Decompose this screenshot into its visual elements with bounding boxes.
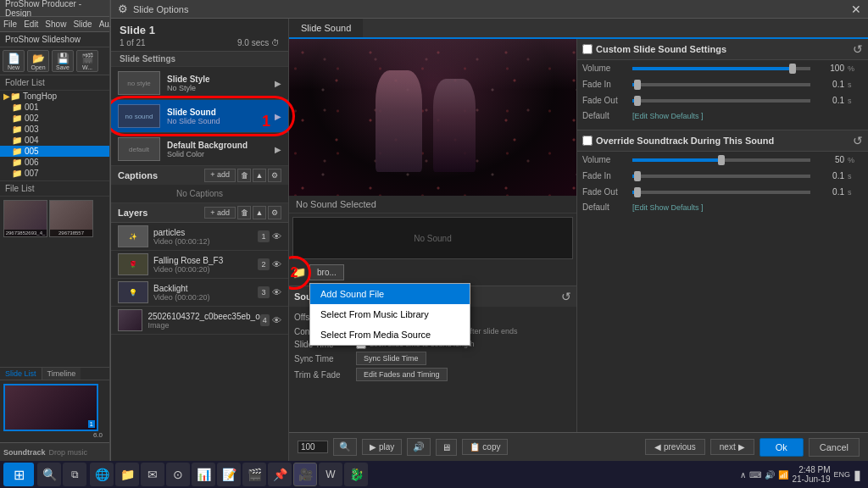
- captions-settings-btn[interactable]: ⚙: [268, 169, 281, 182]
- tray-vol[interactable]: 🔊: [765, 470, 775, 480]
- layer-item-4[interactable]: 25026104372_c0beec35eb_o Image 4 👁: [111, 307, 288, 335]
- sound-btn[interactable]: 🔊: [407, 438, 431, 456]
- volume-slider-thumb[interactable]: [789, 64, 796, 74]
- captions-delete-btn[interactable]: 🗑: [237, 169, 251, 182]
- taskbar-app4[interactable]: 📌: [268, 463, 292, 486]
- override-fadeout-slider-thumb[interactable]: [634, 187, 641, 197]
- folder-item-005[interactable]: 📁 005: [0, 146, 109, 157]
- fade-in-slider-thumb[interactable]: [634, 80, 641, 90]
- fade-in-slider-track[interactable]: [632, 83, 810, 86]
- no-sound-label: No Sound Selected: [296, 199, 570, 209]
- taskbar-app5[interactable]: 🎥: [293, 463, 317, 486]
- trim-fade-btn[interactable]: Edit Fades and Timing: [356, 368, 448, 381]
- taskview-button[interactable]: ⧉: [63, 463, 86, 486]
- override-fadein-slider-track[interactable]: [632, 175, 810, 178]
- custom-sound-reset[interactable]: ↺: [853, 42, 863, 56]
- sound-timing-reset[interactable]: ↺: [561, 290, 571, 303]
- dropdown-item-add-sound[interactable]: Add Sound File: [310, 284, 470, 304]
- taskbar-time-date: 2:48 PM 21-Jun-19: [792, 465, 830, 484]
- dropdown-item-media-source[interactable]: Select From Media Source: [310, 324, 470, 345]
- copy-btn[interactable]: 📋 copy: [462, 439, 508, 455]
- folder-item-tonghop[interactable]: ▶📁 TongHop: [0, 91, 109, 102]
- taskbar-app6[interactable]: W: [319, 463, 342, 486]
- slide-thumb[interactable]: 1: [3, 384, 98, 431]
- taskbar-app3[interactable]: 🎬: [242, 463, 266, 486]
- taskbar-chrome[interactable]: ⊙: [166, 463, 190, 486]
- captions-add-btn[interactable]: + add: [204, 169, 236, 182]
- zoom-search-btn[interactable]: 🔍: [333, 438, 357, 456]
- override-fadeout-slider-track[interactable]: [632, 191, 810, 194]
- tray-kb[interactable]: ⌨: [749, 470, 761, 480]
- override-fadein-slider-thumb[interactable]: [634, 171, 641, 181]
- settings-item-style[interactable]: no style Slide Style No Style ▶: [111, 67, 288, 100]
- taskbar-app1[interactable]: 📊: [192, 463, 215, 486]
- menu-show[interactable]: Show: [45, 19, 66, 29]
- next-btn[interactable]: next ▶: [710, 439, 754, 455]
- layer-eye-4[interactable]: 👁: [272, 315, 281, 325]
- tab-slide-sound[interactable]: Slide Sound: [289, 19, 363, 37]
- menu-edit[interactable]: Edit: [24, 19, 38, 29]
- start-button[interactable]: ⊞: [3, 463, 34, 486]
- dropdown-item-music-library[interactable]: Select From Music Library: [310, 304, 470, 324]
- layers-up-btn[interactable]: ▲: [253, 206, 266, 219]
- browse-button[interactable]: bro...: [309, 264, 344, 280]
- folder-item-006[interactable]: 📁 006: [0, 157, 109, 168]
- captions-up-btn[interactable]: ▲: [253, 169, 266, 182]
- taskbar-app2[interactable]: 📝: [217, 463, 241, 486]
- taskbar-app7[interactable]: 🐉: [344, 463, 368, 486]
- menu-file[interactable]: File: [3, 19, 17, 29]
- tab-slide-list[interactable]: Slide List: [0, 368, 42, 380]
- layer-item-3[interactable]: 💡 Backlight Video (00:00:20) 3 👁: [111, 279, 288, 307]
- save-button[interactable]: 💾 Save: [52, 50, 74, 72]
- layer-eye-1[interactable]: 👁: [272, 231, 281, 241]
- default-link-custom[interactable]: [Edit Show Defaults ]: [632, 112, 863, 120]
- file-thumb-1[interactable]: 29673852693_4_: [3, 200, 47, 237]
- taskbar-ie[interactable]: 🌐: [90, 463, 114, 486]
- close-icon[interactable]: ✕: [851, 3, 861, 16]
- sync-time-btn[interactable]: Sync Slide Time: [356, 352, 426, 365]
- tray-caret[interactable]: ∧: [740, 470, 746, 480]
- folder-item-002[interactable]: 📁 002: [0, 113, 109, 124]
- show-desktop-btn[interactable]: ▮: [854, 467, 861, 483]
- folder-item-001[interactable]: 📁 001: [0, 102, 109, 113]
- override-checkbox[interactable]: [582, 136, 593, 146]
- volume-slider-track[interactable]: [632, 67, 810, 70]
- cancel-button[interactable]: Cancel: [809, 438, 860, 457]
- fade-out-slider-thumb[interactable]: [634, 96, 641, 106]
- new-button[interactable]: 📄 New: [3, 50, 25, 72]
- search-button[interactable]: 🔍: [37, 463, 61, 486]
- file-thumb-2[interactable]: 296738557: [49, 200, 93, 237]
- layer-num-4: 4: [260, 314, 270, 326]
- default-link-override[interactable]: [Edit Show Defaults ]: [632, 203, 863, 212]
- dialog-title-bar: ⚙ Slide Options ✕: [111, 0, 868, 19]
- override-volume-slider-thumb[interactable]: [718, 155, 725, 165]
- layers-add-btn[interactable]: + add: [204, 207, 236, 219]
- open-button[interactable]: 📂 Open: [27, 50, 49, 72]
- layer-item-2[interactable]: 🌹 Falling Rose B_F3 Video (00:00:20) 2 👁: [111, 251, 288, 279]
- tray-net[interactable]: 📶: [778, 470, 788, 480]
- tab-timeline[interactable]: Timeline: [42, 368, 81, 380]
- settings-item-background[interactable]: default Default Background Solid Color ▶: [111, 133, 288, 166]
- w-button[interactable]: 🎬 W...: [76, 50, 98, 72]
- layers-delete-btn[interactable]: 🗑: [237, 206, 251, 219]
- layer-eye-2[interactable]: 👁: [272, 259, 281, 269]
- taskbar-explorer[interactable]: 📁: [115, 463, 139, 486]
- layer-item-1[interactable]: ✨ particles Video (00:00:12) 1 👁: [111, 223, 288, 251]
- folder-item-003[interactable]: 📁 003: [0, 124, 109, 135]
- layers-settings-btn[interactable]: ⚙: [268, 206, 281, 219]
- play-btn[interactable]: ▶ play: [362, 439, 402, 455]
- zoom-input[interactable]: [298, 441, 328, 453]
- fade-out-slider-track[interactable]: [632, 99, 810, 103]
- previous-btn[interactable]: ◀ previous: [645, 439, 705, 455]
- menu-slide[interactable]: Slide: [73, 19, 92, 29]
- folder-item-007[interactable]: 📁 007: [0, 168, 109, 179]
- folder-item-004[interactable]: 📁 004: [0, 135, 109, 146]
- settings-item-sound[interactable]: no sound Slide Sound No Slide Sound ▶: [111, 100, 288, 133]
- ok-button[interactable]: Ok: [760, 438, 804, 457]
- layer-eye-3[interactable]: 👁: [272, 287, 281, 297]
- monitor-btn[interactable]: 🖥: [436, 439, 457, 456]
- taskbar-mail[interactable]: ✉: [141, 463, 164, 486]
- override-volume-slider-track[interactable]: [632, 158, 810, 162]
- custom-sound-checkbox[interactable]: [582, 44, 593, 54]
- override-reset[interactable]: ↺: [853, 134, 863, 147]
